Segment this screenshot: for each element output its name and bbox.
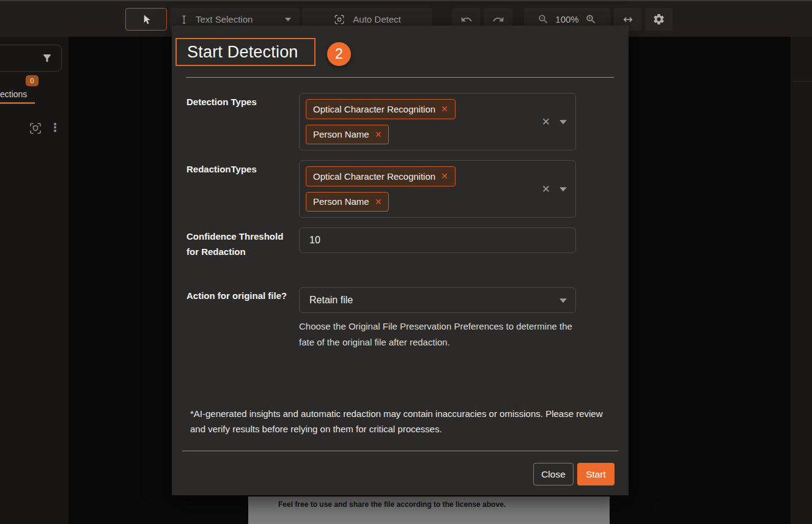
redaction-types-multiselect[interactable]: Optical Character Recognition ✕ Person N… (299, 160, 576, 218)
overflow-menu-button[interactable]: ⋮ (49, 119, 61, 137)
active-tab-indicator (0, 102, 35, 104)
original-file-action-select[interactable]: Retain file (299, 287, 576, 313)
chip-person-name: Person Name ✕ (306, 125, 389, 145)
fit-width-icon (622, 13, 634, 26)
zoom-level: 100% (555, 14, 578, 24)
confidence-threshold-fieldbox (299, 227, 576, 253)
document-page: Feel free to use and share the file acco… (248, 496, 610, 524)
gear-icon (652, 13, 665, 26)
chip-remove-icon[interactable]: ✕ (441, 171, 448, 181)
clear-all-icon[interactable]: ✕ (542, 183, 550, 196)
detection-types-multiselect[interactable]: Optical Character Recognition ✕ Person N… (299, 93, 576, 150)
shield-scan-button[interactable] (27, 120, 44, 137)
scan-target-icon (333, 13, 345, 26)
pointer-tool-button[interactable] (125, 8, 167, 31)
confidence-threshold-input[interactable] (300, 235, 532, 246)
right-sidebar-divider (793, 81, 812, 82)
redo-icon (492, 13, 504, 26)
right-sidebar (791, 37, 812, 524)
left-sidebar: 0 ections ⋮ (0, 37, 68, 524)
close-button[interactable]: Close (533, 463, 574, 485)
chevron-down-icon (285, 18, 291, 21)
chip-remove-icon[interactable]: ✕ (375, 197, 382, 207)
selected-option: Retain file (309, 295, 353, 306)
confidence-threshold-label: Confidence Threshold for Redaction (186, 229, 292, 259)
zoom-out-button[interactable] (537, 13, 549, 25)
ai-disclaimer-text: *AI-generated insights and automatic red… (190, 406, 606, 437)
chevron-down-icon[interactable] (559, 120, 567, 124)
dialog-title-highlight-box: Start Detection (175, 38, 316, 66)
filter-button[interactable] (0, 45, 62, 72)
chip-remove-icon[interactable]: ✕ (441, 104, 448, 114)
i-beam-icon (179, 13, 190, 26)
detection-types-label: Detection Types (186, 94, 292, 109)
clear-all-icon[interactable]: ✕ (542, 116, 550, 128)
zoom-in-button[interactable] (585, 13, 597, 25)
shield-scan-icon (28, 121, 43, 136)
sidebar-tab-redactions[interactable]: ections (0, 89, 27, 99)
redactions-count-badge: 0 (26, 75, 39, 86)
funnel-icon (42, 53, 53, 64)
header-divider (186, 77, 614, 78)
chip-remove-icon[interactable]: ✕ (375, 130, 382, 139)
start-detection-dialog: Start Detection 2 Detection Types Optica… (172, 26, 629, 495)
annotation-number-badge: 2 (327, 42, 351, 66)
auto-detect-label: Auto Detect (353, 14, 400, 24)
settings-button[interactable] (645, 8, 673, 31)
text-selection-label: Text Selection (196, 14, 253, 24)
chevron-down-icon (559, 298, 567, 303)
undo-icon (460, 13, 473, 26)
chip-person-name: Person Name ✕ (306, 192, 389, 212)
chip-ocr: Optical Character Recognition ✕ (306, 166, 456, 186)
original-file-action-help: Choose the Original File Preservation Pr… (299, 319, 574, 350)
start-button[interactable]: Start (577, 463, 615, 485)
chip-label: Person Name (313, 129, 369, 139)
cursor-arrow-icon (140, 13, 152, 26)
document-text: Feel free to use and share the file acco… (278, 500, 506, 509)
chip-ocr: Optical Character Recognition ✕ (306, 99, 456, 119)
footer-divider (182, 451, 618, 451)
original-file-action-label: Action for original file? (186, 288, 292, 303)
chip-label: Person Name (313, 196, 369, 207)
dialog-title: Start Detection (187, 43, 298, 62)
chip-label: Optical Character Recognition (313, 171, 435, 182)
chip-label: Optical Character Recognition (313, 104, 435, 114)
redaction-types-label: RedactionTypes (186, 161, 292, 177)
chevron-down-icon[interactable] (559, 187, 567, 191)
